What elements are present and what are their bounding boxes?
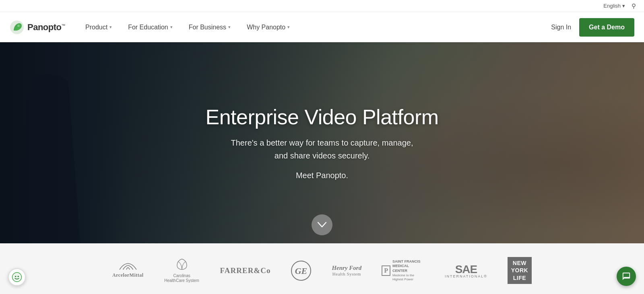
carolinas-text: Carolinas HealthCare System [164, 273, 200, 283]
henryford-text: Henry Ford [332, 265, 361, 271]
farrer-text: FARRER&Co [220, 266, 271, 275]
logo-arcelormittal: ArcelorMittal [112, 259, 144, 282]
hero-cta-text: Meet Panopto. [205, 171, 438, 180]
nav-item-product[interactable]: Product ▾ [77, 12, 120, 42]
navbar: Panopto™ Product ▾ For Education ▾ For B… [0, 12, 644, 42]
logo-newyorklife: NEW YORK LIFE [508, 259, 532, 282]
utility-bar: English ▾ ⚲ [0, 0, 644, 12]
nav-item-why-panopto[interactable]: Why Panopto ▾ [239, 12, 298, 42]
nav-right: Sign In Get a Demo [551, 18, 634, 37]
language-chevron: ▾ [622, 3, 625, 9]
help-icon [12, 272, 22, 282]
carolinas-leaf-icon [176, 258, 188, 273]
nyl-york: YORK [511, 267, 528, 274]
arcelor-text: ArcelorMittal [112, 272, 144, 278]
hero-speaker-silhouette [0, 42, 129, 243]
chat-icon [622, 272, 631, 281]
arcelor-graphic [118, 263, 138, 271]
hero-title: Enterprise Video Platform [205, 105, 438, 130]
nav-item-for-business[interactable]: For Business ▾ [181, 12, 239, 42]
hero-scroll-button[interactable] [312, 214, 332, 235]
panopto-logo-icon [10, 20, 24, 35]
sf-p-icon: P [382, 265, 390, 276]
ge-icon: GE [291, 260, 312, 281]
hero-subtitle: There's a better way for teams to captur… [205, 136, 438, 162]
logo-text: Panopto™ [27, 22, 65, 33]
get-demo-button[interactable]: Get a Demo [579, 18, 634, 37]
chevron-down-icon: ▾ [170, 25, 173, 30]
nav-links: Product ▾ For Education ▾ For Business ▾… [77, 12, 551, 42]
hero-section: Enterprise Video Platform There's a bett… [0, 42, 644, 243]
logo-ge: GE [291, 259, 312, 282]
nav-item-for-education[interactable]: For Education ▾ [120, 12, 181, 42]
chevron-down-icon: ▾ [228, 25, 231, 30]
language-selector[interactable]: English ▾ [603, 3, 625, 9]
svg-point-7 [18, 276, 19, 277]
nyl-life: LIFE [511, 274, 528, 282]
chevron-down-icon [318, 222, 326, 228]
svg-point-6 [15, 276, 16, 277]
search-icon[interactable]: ⚲ [632, 2, 636, 10]
sf-text: SAINT FRANCIS MEDICAL CENTERMedicine to … [392, 259, 425, 282]
logo-sae: SAE INTERNATIONAL® [445, 259, 487, 282]
logos-row: ArcelorMittal Carolinas HealthCare Syste… [24, 259, 620, 282]
language-label: English [603, 3, 621, 9]
logo-carolinas: Carolinas HealthCare System [164, 259, 200, 282]
logos-section: ArcelorMittal Carolinas HealthCare Syste… [0, 243, 644, 294]
logo-saint-francis: P SAINT FRANCIS MEDICAL CENTERMedicine t… [382, 259, 425, 282]
carolinas-icon [176, 258, 188, 270]
chevron-down-icon: ▾ [287, 25, 290, 30]
logo-farrer: FARRER&Co [220, 259, 271, 282]
svg-point-1 [17, 25, 20, 27]
logo[interactable]: Panopto™ [10, 20, 65, 35]
sign-in-link[interactable]: Sign In [551, 24, 571, 31]
logo-henryford: Henry Ford Health System [332, 259, 361, 282]
svg-text:GE: GE [295, 266, 308, 276]
chat-button[interactable] [617, 267, 636, 286]
hero-content: Enterprise Video Platform There's a bett… [197, 105, 446, 181]
help-button[interactable] [8, 268, 26, 286]
chevron-down-icon: ▾ [109, 25, 112, 30]
nyl-new: NEW [511, 259, 528, 267]
